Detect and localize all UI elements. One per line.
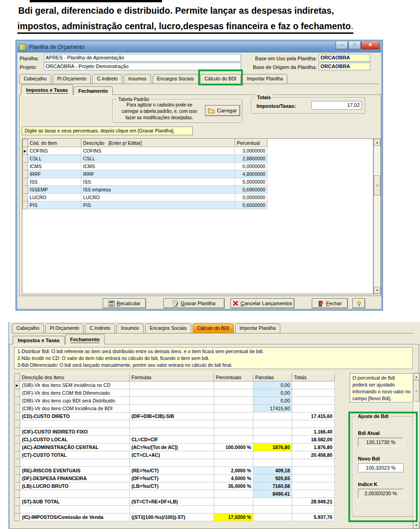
fechamento-row[interactable]: (CL)-CUSTO LOCAL CL=CD+CIF 18.582,00 <box>15 436 335 444</box>
fechamento-row[interactable]: (CD)-CUSTO DIRETO (DIF+DIB+CIB)-SIB 17.4… <box>15 413 335 420</box>
main-tab[interactable]: C.Indireto <box>92 74 122 84</box>
parcela-cell: 17415,60 <box>253 405 292 413</box>
formula-cell <box>130 397 214 405</box>
main-tab[interactable]: Encargos Sociais <box>145 323 191 333</box>
close-button[interactable]: ✖ <box>361 42 379 49</box>
fechamento-view: Cabeçalho Pl.Orçamento C.Indireto Insumo… <box>8 322 420 529</box>
parcela-cell <box>253 420 292 428</box>
cancelar-lancamentos-button[interactable]: Cancelar Lançamentos <box>231 298 294 308</box>
tax-row[interactable]: ISS ISS 5,0000000 <box>23 178 268 186</box>
scroll-down-button[interactable]: ▼ <box>374 287 380 294</box>
main-tab[interactable]: Importar Planilha <box>242 74 288 84</box>
main-tab[interactable]: Encargos Sociais <box>152 74 199 84</box>
carregar-button[interactable]: Carregar <box>205 105 240 116</box>
row-selector-cell <box>15 420 20 428</box>
main-tab[interactable]: Pl.Orçamento <box>52 74 91 84</box>
gravar-planilha-button[interactable]: Gravar Planilha <box>163 298 225 308</box>
tax-row[interactable]: ISSEMP ISS empresa 0,6900000 <box>23 186 268 194</box>
subtab[interactable]: Impostos e Taxas <box>21 85 73 95</box>
scroll-down-button[interactable]: ▼ <box>413 522 420 529</box>
main-tab[interactable]: C.Indireto <box>85 323 115 333</box>
tax-row[interactable]: ▶ COFINS COFINS 3,0000000 <box>23 147 268 155</box>
main-tab[interactable]: Pl.Orçamento <box>45 323 84 333</box>
fechamento-table: Descrição dos Itens Fórmulas Percentuais… <box>14 373 335 521</box>
tax-row[interactable]: PIS PIS 0,6500000 <box>23 201 268 209</box>
fechamento-row[interactable]: (AC)-ADMINISTRAÇÃO CENTRAL (AC=%s/[Tot d… <box>15 444 335 451</box>
col-header-desc: Descrição [Enter p/ Editar] <box>81 139 235 147</box>
scroll-up-button[interactable]: ▲ <box>374 139 380 146</box>
fechamento-row[interactable]: 8490,41 <box>15 490 335 498</box>
window-titlebar[interactable]: Planilha de Orçamento — □ ✖ <box>17 42 381 53</box>
main-tab[interactable]: Importar Planilha <box>235 323 280 333</box>
fechamento-table-header-row: Descrição dos Itens Fórmulas Percentuais… <box>15 374 335 381</box>
main-tab[interactable]: Cabeçalho <box>12 323 44 333</box>
fechamento-row[interactable] <box>15 506 335 513</box>
main-tab[interactable]: Insumos <box>116 323 144 333</box>
fechamento-row[interactable]: (CT)-CUSTO TOTAL (CT=CL+AC) 20.458,80 <box>15 451 335 459</box>
main-tab[interactable]: Insumos <box>124 74 151 84</box>
row-selector-cell <box>23 178 28 186</box>
main-tab[interactable]: Cálculo do BDI <box>193 323 234 333</box>
impostos-taxas-total-field[interactable]: 17,02 <box>311 101 362 110</box>
help-button[interactable] <box>352 298 365 308</box>
fechamento-row[interactable]: ▶ (SIB)-Vlr dos itens SEM Incidência no … <box>15 381 335 389</box>
percentual-cell <box>214 389 253 397</box>
indice-k-field: 2,00320230 % <box>358 489 404 498</box>
main-tab-label: Cálculo do BDI <box>205 76 236 81</box>
formula-cell <box>130 428 214 436</box>
tax-row[interactable]: ICMS ICMS 0,0000000 <box>23 163 268 170</box>
scroll-thumb[interactable]: ≡ <box>374 175 380 196</box>
maximize-button[interactable]: □ <box>348 42 361 49</box>
subtab-label: Fechamento <box>79 88 108 94</box>
parcela-cell <box>253 506 292 513</box>
tax-row[interactable]: CSLL CSLL 2,8800000 <box>23 155 268 163</box>
formula-cell <box>130 381 214 389</box>
parcela-cell: 1876,80 <box>253 444 292 451</box>
fechar-button[interactable]: Fechar <box>312 298 348 308</box>
grid-vertical-scrollbar[interactable]: ▲ ≡ ▼ <box>373 138 381 294</box>
fechamento-row[interactable]: (DF)-DESPESA FINANCEIRA (DF=%s/CT) 4,500… <box>15 475 335 482</box>
fechamento-vertical-scrollbar[interactable]: ▲ ≡ ▼ <box>413 373 420 529</box>
formula-cell <box>130 490 214 498</box>
subtab[interactable]: Fechamento <box>74 86 113 95</box>
fechamento-row[interactable]: (ST)-SUB TOTAL (ST=CT+RE+DF+LB) 28.949,2… <box>15 498 335 506</box>
fechamento-row[interactable]: (IC)-IMPOSTOS/Comissão de Venda ((ST/((1… <box>15 513 335 521</box>
descricao-cell: (CL)-CUSTO LOCAL <box>20 436 130 444</box>
main-tab-label: Cabeçalho <box>16 325 39 331</box>
main-tab[interactable]: Cálculo do BDI <box>200 74 241 84</box>
total-cell <box>292 381 335 389</box>
fechamento-row[interactable] <box>15 420 335 428</box>
fechamento-row[interactable]: (LB)-LUCRO BRUTO (LB=%s/CT) 35,0000 % 71… <box>15 482 335 490</box>
projeto-input[interactable]: ORCAOBRA - Projeto Demonstração <box>44 63 241 70</box>
info-line-3: 3-Bdi Diferenciado: O bdi será lançado m… <box>17 362 410 369</box>
total-cell <box>292 397 335 405</box>
fechamento-row[interactable]: (RE)-RISCOS EVENTUAIS (RE=%s/CT) 2,0000 … <box>15 467 335 475</box>
fechamento-row[interactable]: (DIB)-Vlr dos itens cujo BDI será Distri… <box>15 397 335 405</box>
novo-bdi-field[interactable]: 100,32023 % <box>358 463 404 472</box>
scroll-up-button[interactable]: ▲ <box>413 373 420 380</box>
minimize-button[interactable]: — <box>336 42 348 49</box>
main-tab-label: Cabeçalho <box>24 76 47 81</box>
row-selector-cell <box>15 475 20 482</box>
main-tab-label: C.Indireto <box>97 76 118 81</box>
parcela-cell <box>253 498 292 506</box>
fechamento-row[interactable] <box>15 459 335 467</box>
descricao-cell: (AC)-ADMINISTRAÇÃO CENTRAL <box>20 444 130 451</box>
tax-row[interactable]: IRRF IRRF 4,8000000 <box>23 170 268 178</box>
parcela-cell: 7160,58 <box>253 482 292 490</box>
subtab[interactable]: Fechamento <box>65 334 105 344</box>
recalcular-button[interactable]: Recalcular <box>103 298 146 308</box>
fechamento-row[interactable]: (DIF)-Vlr dos itens COM Bdi Diferenciado… <box>15 389 335 397</box>
subtab[interactable]: Impostos e Taxas <box>13 336 65 344</box>
percentual-cell <box>214 413 253 420</box>
row-selector-cell <box>15 444 20 451</box>
total-cell <box>292 459 335 467</box>
fechamento-row[interactable]: (CIF)-CUSTO INDIRETO FIXO 1.166,40 <box>15 428 335 436</box>
tax-table: Cód. do Item Descrição [Enter p/ Editar]… <box>22 139 268 209</box>
scroll-thumb[interactable]: ≡ <box>413 381 420 402</box>
subtab-label: Impostos e Taxas <box>18 338 60 343</box>
fechamento-row[interactable]: (CIB)-Vlr dos itens COM Incidência de BD… <box>15 405 335 413</box>
tax-row[interactable]: LUCRO LUCRO 0,0000000 <box>23 194 268 201</box>
planilha-input[interactable]: APRES - Planilha de Apresentação <box>44 54 241 62</box>
main-tab[interactable]: Cabeçalho <box>19 74 51 84</box>
